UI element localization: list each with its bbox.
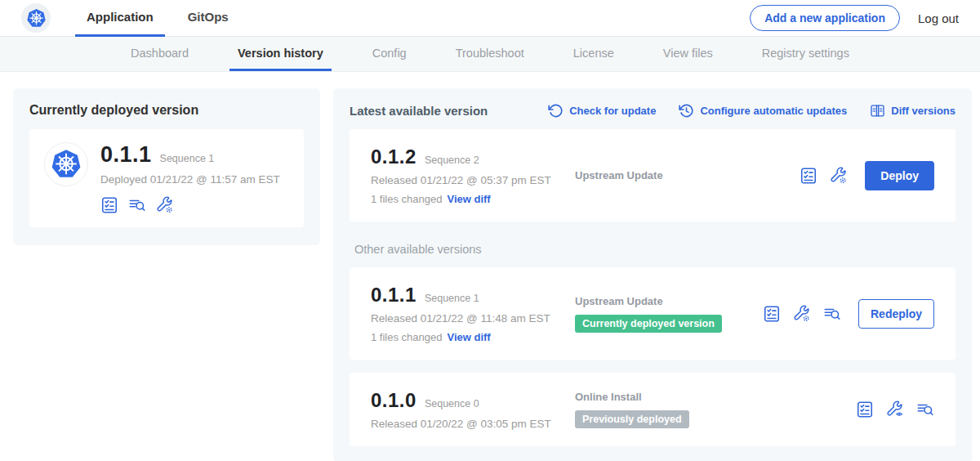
version-source-label: Online Install [575, 391, 763, 403]
diff-icon [870, 103, 885, 119]
kubernetes-logo [21, 3, 51, 33]
version-source-label: Upstream Update [575, 295, 763, 307]
version-number: 0.1.0 [371, 389, 416, 412]
update-schedule-icon [679, 103, 694, 119]
deploy-logs-icon[interactable] [916, 401, 934, 418]
configure-automatic-updates-link[interactable]: Configure automatic updates [679, 103, 847, 119]
deploy-logs-icon[interactable] [128, 196, 146, 214]
sequence-label: Sequence 1 [425, 293, 479, 304]
sequence-label: Sequence 2 [425, 154, 479, 166]
preflight-checks-icon[interactable] [100, 196, 118, 214]
files-changed-label: 1 files changed [371, 331, 442, 343]
other-available-versions-title: Other available versions [354, 243, 956, 256]
logout-button[interactable]: Log out [918, 11, 959, 25]
refresh-icon [548, 103, 564, 119]
add-new-application-button[interactable]: Add a new application [750, 5, 900, 31]
tab-application[interactable]: Application [75, 0, 165, 37]
redeploy-button[interactable]: Redeploy [858, 299, 934, 329]
diff-versions-label: Diff versions [891, 105, 956, 117]
version-source-label: Upstream Update [575, 169, 763, 181]
view-diff-link[interactable]: View diff [447, 193, 490, 205]
subnav-troubleshoot[interactable]: Troubleshoot [448, 37, 532, 71]
released-timestamp: Released 01/21/22 @ 11:48 am EST [371, 312, 575, 324]
subnav-dashboard[interactable]: Dashboard [122, 37, 197, 71]
latest-available-title: Latest available version [350, 104, 488, 118]
deployed-sequence-label: Sequence 1 [160, 153, 215, 164]
edit-config-icon[interactable] [830, 167, 848, 185]
edit-config-icon[interactable] [793, 305, 811, 323]
currently-deployed-card: Currently deployed version 0.1.1 Sequenc… [13, 88, 320, 245]
app-tabs: Application GitOps [75, 0, 252, 37]
released-timestamp: Released 01/20/22 @ 03:05 pm EST [371, 418, 575, 430]
files-changed-label: 1 files changed [371, 193, 442, 205]
deployed-timestamp: Deployed 01/21/22 @ 11:57 am EST [100, 173, 280, 186]
top-header: Application GitOps Add a new application… [0, 0, 980, 37]
subnav-version-history[interactable]: Version history [229, 37, 332, 71]
previously-deployed-badge: Previously deployed [575, 410, 689, 428]
released-timestamp: Released 01/21/22 @ 05:37 pm EST [371, 174, 575, 186]
deploy-button[interactable]: Deploy [865, 161, 934, 190]
version-history-panel: Latest available version Check for updat… [333, 88, 972, 461]
sequence-label: Sequence 0 [425, 398, 479, 410]
subnav-view-files[interactable]: View files [655, 37, 721, 71]
currently-deployed-badge: Currently deployed version [575, 315, 722, 333]
check-for-update-label: Check for update [569, 105, 656, 117]
deployed-version-number: 0.1.1 [100, 142, 152, 168]
view-config-icon[interactable] [886, 401, 904, 418]
edit-config-icon[interactable] [156, 196, 174, 214]
deploy-logs-icon[interactable] [823, 305, 841, 323]
subnav-license[interactable]: License [565, 37, 622, 71]
view-diff-link[interactable]: View diff [447, 331, 490, 343]
configure-automatic-updates-label: Configure automatic updates [700, 105, 847, 117]
version-number: 0.1.2 [371, 145, 416, 168]
preflight-checks-icon[interactable] [763, 305, 781, 323]
preflight-checks-icon[interactable] [800, 167, 817, 185]
subnav-config[interactable]: Config [364, 37, 415, 71]
version-number: 0.1.1 [371, 284, 416, 307]
check-for-update-link[interactable]: Check for update [548, 103, 656, 119]
tab-gitops[interactable]: GitOps [176, 0, 240, 37]
version-row-0-1-1: 0.1.1 Sequence 1 Released 01/21/22 @ 11:… [350, 267, 956, 360]
subnav-registry-settings[interactable]: Registry settings [754, 37, 858, 71]
preflight-checks-icon[interactable] [856, 401, 874, 418]
app-subnav: Dashboard Version history Config Trouble… [0, 37, 980, 72]
deployed-version-card: 0.1.1 Sequence 1 Deployed 01/21/22 @ 11:… [29, 129, 304, 227]
diff-versions-link[interactable]: Diff versions [870, 103, 956, 119]
version-row-0-1-2: 0.1.2 Sequence 2 Released 01/21/22 @ 05:… [350, 129, 956, 222]
currently-deployed-title: Currently deployed version [29, 103, 304, 118]
app-logo [44, 142, 88, 186]
version-row-0-1-0: 0.1.0 Sequence 0 Released 01/20/22 @ 03:… [350, 373, 956, 446]
main-content: Currently deployed version 0.1.1 Sequenc… [0, 72, 980, 461]
